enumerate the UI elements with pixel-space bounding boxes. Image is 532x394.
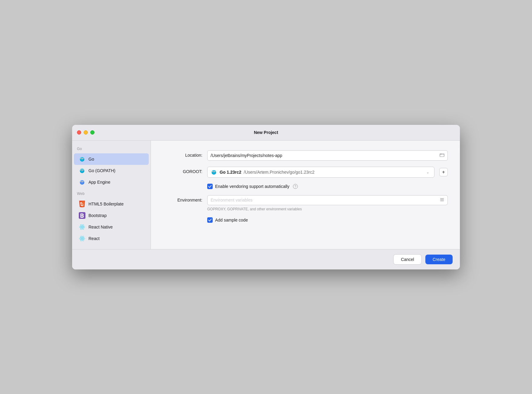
sidebar: Go Go — [72, 141, 151, 249]
location-control — [207, 150, 448, 161]
sidebar-item-react[interactable]: React — [74, 233, 149, 244]
vendoring-row: Enable vendoring support automatically ? — [163, 184, 448, 189]
environment-row: Environment: GOPROXY, GOPRIVATE, and ot — [163, 195, 448, 211]
goroot-control: Go 1.23rc2 /Users/Artem.Pronichev/go/go1… — [207, 167, 448, 178]
bootstrap-icon — [79, 212, 85, 219]
svg-point-5 — [81, 157, 82, 158]
chevron-down-icon: ⌄ — [424, 169, 431, 175]
location-label: Location: — [163, 150, 202, 158]
title-bar: New Project — [72, 125, 460, 141]
environment-input[interactable] — [211, 198, 440, 202]
svg-point-20 — [83, 181, 83, 182]
svg-point-4 — [83, 158, 83, 159]
svg-point-38 — [214, 171, 215, 172]
goroot-row: GOROOT: — [163, 167, 448, 178]
svg-point-41 — [213, 172, 215, 173]
close-button[interactable] — [77, 130, 81, 135]
sidebar-group-web: Web — [72, 190, 151, 198]
sidebar-item-react-native[interactable]: React Native — [74, 221, 149, 233]
goroot-label: GOROOT: — [163, 167, 202, 174]
svg-rect-42 — [440, 198, 444, 199]
sidebar-item-go[interactable]: Go — [74, 153, 149, 165]
traffic-lights — [77, 130, 95, 135]
vendoring-checkbox[interactable] — [207, 184, 213, 189]
dialog-body: Go Go — [72, 141, 460, 249]
svg-point-14 — [83, 169, 84, 170]
svg-point-11 — [81, 170, 82, 170]
svg-point-23 — [81, 182, 83, 183]
svg-point-37 — [213, 171, 214, 172]
maximize-button[interactable] — [90, 130, 95, 135]
goroot-path: /Users/Artem.Pronichev/go/go1.23rc2 — [244, 170, 314, 175]
minimize-button[interactable] — [84, 130, 88, 135]
sidebar-item-app-engine[interactable]: App Engine — [74, 176, 149, 188]
sidebar-label-html5: HTML5 Boilerplate — [88, 202, 124, 206]
new-project-dialog: New Project Go — [72, 125, 460, 269]
sample-code-label: Add sample code — [215, 218, 248, 222]
sample-code-control: Add sample code — [207, 217, 448, 223]
environment-label: Environment: — [163, 195, 202, 202]
svg-point-29 — [81, 238, 83, 239]
svg-point-25 — [81, 226, 83, 227]
sample-code-checkbox-row: Add sample code — [207, 217, 448, 223]
environment-input-wrapper — [207, 195, 448, 205]
appengine-icon — [79, 179, 85, 185]
dialog-title: New Project — [254, 130, 278, 135]
gopher-icon — [79, 156, 85, 162]
environment-control: GOPROXY, GOPRIVATE, and other environmen… — [207, 195, 448, 211]
sidebar-label-go: Go — [88, 157, 94, 162]
svg-point-15 — [81, 171, 83, 172]
goroot-dropdown[interactable]: Go 1.23rc2 /Users/Artem.Pronichev/go/go1… — [207, 167, 434, 178]
svg-point-22 — [83, 180, 84, 181]
folder-icon — [440, 152, 444, 159]
sample-code-row: Add sample code — [163, 217, 448, 223]
sidebar-label-app-engine: App Engine — [88, 180, 110, 185]
svg-rect-44 — [440, 201, 444, 201]
sidebar-item-html5[interactable]: HTML5 Boilerplate — [74, 198, 149, 210]
svg-point-3 — [81, 158, 82, 159]
sample-code-spacer — [163, 217, 202, 220]
dialog-footer: Cancel Create — [72, 249, 460, 269]
sidebar-item-bootstrap[interactable]: Bootstrap — [74, 210, 149, 221]
html5-icon — [79, 201, 85, 207]
svg-point-12 — [83, 170, 83, 170]
sample-code-checkbox[interactable] — [207, 217, 213, 223]
gopher-goroot-icon — [211, 169, 217, 175]
cancel-button[interactable]: Cancel — [393, 254, 422, 265]
react-icon — [79, 235, 85, 242]
location-input[interactable] — [211, 153, 438, 158]
svg-point-40 — [214, 170, 216, 171]
svg-point-7 — [81, 159, 83, 160]
location-input-wrapper — [207, 150, 448, 161]
create-button[interactable]: Create — [425, 255, 453, 264]
sidebar-group-go: Go — [72, 145, 151, 153]
goroot-version: Go 1.23rc2 — [220, 170, 241, 175]
vendoring-control: Enable vendoring support automatically ? — [207, 184, 448, 189]
sidebar-label-bootstrap: Bootstrap — [88, 213, 107, 218]
svg-point-13 — [81, 169, 82, 170]
help-icon[interactable]: ? — [293, 184, 298, 189]
vendoring-label: Enable vendoring support automatically — [215, 184, 289, 189]
react-native-icon — [79, 224, 85, 230]
gopher-gopath-icon — [79, 167, 85, 174]
svg-point-39 — [212, 170, 214, 171]
sidebar-item-go-gopath[interactable]: Go (GOPATH) — [74, 165, 149, 176]
sidebar-label-go-gopath: Go (GOPATH) — [88, 168, 115, 173]
svg-point-19 — [81, 181, 82, 182]
env-hint: GOPROXY, GOPRIVATE, and other environmen… — [207, 207, 448, 211]
vendoring-checkbox-row: Enable vendoring support automatically ? — [207, 184, 448, 189]
svg-rect-43 — [440, 199, 444, 200]
sidebar-label-react-native: React Native — [88, 225, 113, 229]
add-goroot-button[interactable]: + — [439, 168, 448, 176]
sidebar-label-react: React — [88, 236, 100, 241]
location-row: Location: — [163, 150, 448, 161]
svg-point-6 — [83, 157, 84, 158]
svg-point-21 — [81, 180, 82, 181]
vendoring-spacer — [163, 184, 202, 186]
main-content: Location: — [151, 141, 460, 249]
env-list-icon — [440, 197, 444, 203]
